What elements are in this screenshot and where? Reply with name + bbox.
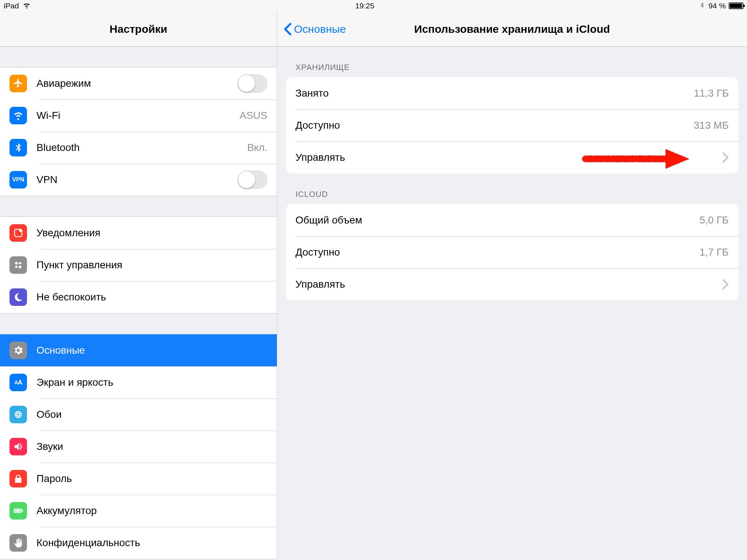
icloud-available-row: Доступно 1,7 ГБ (286, 236, 738, 268)
sidebar-item-display[interactable]: AA Экран и яркость (0, 366, 277, 398)
display-icon: AA (9, 374, 27, 391)
battery-icon (9, 502, 27, 520)
sidebar-item-wifi[interactable]: Wi-Fi ASUS (0, 100, 277, 132)
sidebar-item-wallpaper[interactable]: Обои (0, 398, 277, 431)
row-label: Доступно (295, 246, 700, 258)
wallpaper-icon (9, 406, 27, 423)
battery-icon (729, 3, 743, 9)
storage-available-row: Доступно 313 МБ (286, 109, 738, 141)
row-label: Занято (295, 88, 694, 99)
svg-point-5 (19, 265, 22, 268)
sidebar-item-airplane[interactable]: Авиарежим (0, 67, 277, 100)
sidebar-item-notifications[interactable]: Уведомления (0, 217, 277, 249)
row-label: Обои (36, 409, 267, 420)
dnd-icon (9, 288, 27, 306)
battery-pct: 94 % (708, 1, 726, 10)
status-bar: iPad 19:25 94 % (0, 0, 747, 12)
svg-rect-11 (15, 510, 20, 512)
row-label: Доступно (295, 120, 694, 131)
svg-point-1 (19, 229, 22, 232)
svg-rect-12 (22, 510, 23, 512)
storage-manage-row[interactable]: Управлять (286, 141, 738, 174)
sidebar-item-control-center[interactable]: Пункт управления (0, 249, 277, 281)
svg-point-6 (15, 411, 22, 418)
row-label: Конфиденциальность (36, 537, 267, 549)
settings-sidebar: Настройки Авиарежим Wi-Fi ASUS Bluetooth (0, 12, 277, 560)
svg-rect-3 (19, 262, 22, 264)
storage-panel: Занято 11,3 ГБ Доступно 313 МБ Уп (286, 77, 738, 174)
time-label: 19:25 (355, 1, 375, 10)
bluetooth-icon (699, 1, 705, 10)
storage-used-row: Занято 11,3 ГБ (286, 77, 738, 109)
sidebar-title: Настройки (109, 23, 167, 35)
row-value: Вкл. (247, 142, 267, 153)
row-label: Экран и яркость (36, 377, 267, 388)
gear-icon (9, 342, 27, 359)
control-center-icon (9, 256, 27, 274)
row-label: Основные (36, 345, 267, 356)
wifi-icon (9, 107, 27, 124)
svg-point-2 (15, 262, 18, 265)
sidebar-item-passcode[interactable]: Пароль (0, 463, 277, 495)
row-label: VPN (36, 174, 237, 186)
row-value: 1,7 ГБ (700, 246, 729, 258)
section-header-icloud: ICLOUD (277, 174, 747, 204)
row-label: Управлять (295, 279, 716, 290)
sidebar-header: Настройки (0, 12, 277, 47)
svg-rect-4 (15, 266, 18, 268)
sidebar-item-dnd[interactable]: Не беспокоить (0, 281, 277, 313)
detail-pane: Основные Использование хранилища и iClou… (277, 12, 747, 560)
icloud-total-row: Общий объем 5,0 ГБ (286, 204, 738, 236)
svg-point-8 (15, 413, 22, 416)
svg-point-7 (17, 413, 20, 416)
hand-icon (9, 534, 27, 552)
sidebar-item-bluetooth[interactable]: Bluetooth Вкл. (0, 132, 277, 164)
sidebar-item-sounds[interactable]: Звуки (0, 431, 277, 463)
detail-header: Основные Использование хранилища и iClou… (277, 12, 747, 47)
sidebar-item-privacy[interactable]: Конфиденциальность (0, 527, 277, 559)
row-label: Уведомления (36, 227, 267, 239)
vpn-icon: VPN (9, 171, 27, 188)
svg-point-9 (17, 411, 20, 418)
sidebar-item-general[interactable]: Основные (0, 334, 277, 366)
row-label: Общий объем (295, 214, 700, 226)
device-label: iPad (4, 1, 19, 10)
sidebar-item-vpn[interactable]: VPN VPN (0, 164, 277, 196)
row-label: Не беспокоить (36, 291, 267, 303)
chevron-right-icon (722, 279, 729, 290)
airplane-icon (9, 75, 27, 92)
lock-icon (9, 470, 27, 487)
row-label: Аккумулятор (36, 505, 267, 517)
row-value: ASUS (240, 110, 267, 121)
sounds-icon (9, 438, 27, 455)
vpn-switch[interactable] (237, 171, 267, 189)
bluetooth-icon (9, 139, 27, 156)
row-value: 11,3 ГБ (694, 88, 729, 99)
row-value: 5,0 ГБ (700, 214, 729, 226)
chevron-right-icon (722, 152, 729, 163)
detail-title: Использование хранилища и iCloud (414, 23, 610, 35)
back-button[interactable]: Основные (284, 23, 346, 36)
row-label: Bluetooth (36, 142, 247, 153)
notifications-icon (9, 224, 27, 242)
section-header-storage: ХРАНИЛИЩЕ (277, 47, 747, 77)
wifi-icon (23, 1, 31, 11)
row-label: Управлять (295, 152, 716, 163)
row-label: Пункт управления (36, 259, 267, 271)
chevron-left-icon (284, 23, 292, 36)
airplane-switch[interactable] (237, 74, 267, 93)
row-label: Пароль (36, 473, 267, 485)
row-value: 313 МБ (694, 120, 729, 131)
row-label: Авиарежим (36, 78, 237, 89)
row-label: Wi-Fi (36, 110, 240, 121)
icloud-panel: Общий объем 5,0 ГБ Доступно 1,7 ГБ Управ… (286, 204, 738, 300)
icloud-manage-row[interactable]: Управлять (286, 268, 738, 300)
row-label: Звуки (36, 441, 267, 452)
sidebar-item-battery[interactable]: Аккумулятор (0, 495, 277, 527)
back-label: Основные (294, 23, 346, 35)
